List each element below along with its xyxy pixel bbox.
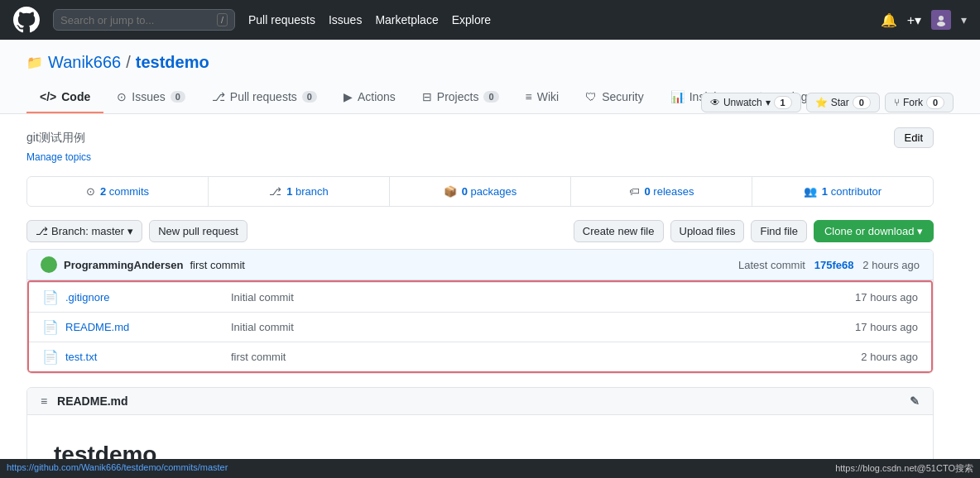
file-icon-readme: 📄 <box>42 319 59 335</box>
commit-time-label: Latest commit 175fe68 2 hours ago <box>738 259 920 271</box>
star-button[interactable]: ⭐ Star 0 <box>806 93 880 112</box>
tab-actions[interactable]: ▶ Actions <box>330 82 409 113</box>
packages-stat[interactable]: 📦 0 packages <box>390 177 571 206</box>
upload-files-button[interactable]: Upload files <box>670 220 745 242</box>
file-toolbar: ⎇ Branch: master ▾ New pull request Crea… <box>26 220 934 242</box>
repo-header-wrap: 📁 Wanik666 / testdemo 👁 Unwatch ▾ 1 ⭐ St… <box>0 40 980 114</box>
search-input[interactable] <box>60 14 212 26</box>
file-time-testtxt: 2 hours ago <box>835 351 918 363</box>
find-file-button[interactable]: Find file <box>751 220 807 242</box>
watch-button[interactable]: 👁 Unwatch ▾ 1 <box>701 93 801 112</box>
branch-button[interactable]: ⎇ Branch: master ▾ <box>26 220 142 242</box>
branch-dropdown-icon: ▾ <box>127 225 133 237</box>
fork-label: Fork <box>903 97 923 108</box>
file-icon-testtxt: 📄 <box>42 349 59 365</box>
stats-bar: ⊙ 2 commits ⎇ 1 branch 📦 0 packages 🏷 0 … <box>26 176 934 207</box>
pr-icon: ⎇ <box>212 90 225 103</box>
tab-security[interactable]: 🛡 Security <box>572 82 657 113</box>
file-table: ProgrammingAndersen first commit Latest … <box>26 249 934 374</box>
file-commit-gitignore: Initial commit <box>231 291 835 304</box>
tab-issues[interactable]: ⊙ Issues 0 <box>103 82 199 113</box>
manage-topics-link[interactable]: Manage topics <box>26 151 934 163</box>
commit-message: first commit <box>190 259 244 271</box>
file-time-gitignore: 17 hours ago <box>835 291 918 304</box>
github-logo-icon <box>13 7 40 33</box>
code-icon: </> <box>40 90 56 103</box>
notification-icon[interactable]: 🔔 <box>881 12 897 28</box>
tab-wiki[interactable]: ≡ Wiki <box>512 82 573 113</box>
file-time-readme: 17 hours ago <box>835 321 918 333</box>
nav-pull-requests[interactable]: Pull requests <box>248 13 315 26</box>
readme-edit-icon[interactable]: ✎ <box>910 394 920 408</box>
svg-point-2 <box>937 22 945 26</box>
breadcrumb: 📁 Wanik666 / testdemo <box>26 53 954 72</box>
watch-label: Unwatch <box>723 97 762 108</box>
wiki-icon: ≡ <box>526 90 532 103</box>
eye-icon: 👁 <box>710 97 720 108</box>
contributors-icon: 👥 <box>804 185 817 198</box>
tab-code[interactable]: </> Code <box>26 82 103 113</box>
avatar[interactable] <box>931 10 951 30</box>
bottom-left-url[interactable]: https://github.com/Wanik666/testdemo/com… <box>7 462 228 475</box>
slash-badge: / <box>217 13 228 26</box>
file-row: 📄 README.md Initial commit 17 hours ago <box>29 312 931 342</box>
edit-button[interactable]: Edit <box>894 127 934 148</box>
branch-btn-icon: ⎇ <box>36 225 48 237</box>
nav-links: Pull requests Issues Marketplace Explore <box>248 13 491 26</box>
search-bar[interactable]: / <box>53 9 235 31</box>
file-name-testtxt[interactable]: test.txt <box>65 351 231 363</box>
owner-link[interactable]: Wanik666 <box>48 53 121 72</box>
tab-pull-requests[interactable]: ⎇ Pull requests 0 <box>199 82 330 113</box>
clone-button[interactable]: Clone or download ▾ <box>814 220 934 242</box>
readme-header: ≡ README.md ✎ <box>27 388 933 415</box>
branches-stat[interactable]: ⎇ 1 branch <box>209 177 390 206</box>
file-name-readme[interactable]: README.md <box>65 321 231 333</box>
tab-projects[interactable]: ⊟ Projects 0 <box>409 82 512 113</box>
commit-time: 2 hours ago <box>862 259 920 271</box>
commit-hash[interactable]: 175fe68 <box>814 259 854 271</box>
file-row: 📄 .gitignore Initial commit 17 hours ago <box>29 282 931 312</box>
repo-description: git测试用例 <box>26 131 85 146</box>
star-count: 0 <box>853 96 871 109</box>
fork-count: 0 <box>926 96 944 109</box>
file-commit-testtxt: first commit <box>231 351 835 363</box>
svg-point-1 <box>939 16 944 21</box>
commits-icon: ⊙ <box>86 185 95 198</box>
readme-icon: ≡ <box>41 394 47 408</box>
projects-icon: ⊟ <box>422 90 432 103</box>
commits-stat[interactable]: ⊙ 2 commits <box>27 177 209 206</box>
top-nav: / Pull requests Issues Marketplace Explo… <box>0 0 980 40</box>
releases-stat[interactable]: 🏷 0 releases <box>571 177 752 206</box>
bottom-right-url: https://blog.csdn.net@51CTO搜索 <box>835 462 973 475</box>
repo-name-link[interactable]: testdemo <box>136 53 209 72</box>
insights-icon: 📊 <box>670 90 685 103</box>
repo-description-row: git测试用例 Edit <box>26 127 934 148</box>
fork-button[interactable]: ⑂ Fork 0 <box>885 93 954 112</box>
star-label: Star <box>831 97 849 108</box>
nav-explore[interactable]: Explore <box>452 13 491 26</box>
watch-dropdown: ▾ <box>766 97 771 108</box>
new-pull-request-button[interactable]: New pull request <box>149 220 247 242</box>
nav-marketplace[interactable]: Marketplace <box>375 13 438 26</box>
main-content: git测试用例 Edit Manage topics ⊙ 2 commits ⎇… <box>0 114 960 478</box>
releases-icon: 🏷 <box>629 185 640 198</box>
file-name-gitignore[interactable]: .gitignore <box>65 291 231 304</box>
account-menu-arrow[interactable]: ▾ <box>961 13 967 26</box>
repo-action-buttons: 👁 Unwatch ▾ 1 ⭐ Star 0 ⑂ Fork 0 <box>701 93 954 112</box>
commit-author: ProgrammingAndersen <box>64 259 183 271</box>
star-icon: ⭐ <box>815 97 828 108</box>
contributors-stat[interactable]: 👥 1 contributor <box>752 177 933 206</box>
fork-icon: ⑂ <box>894 97 900 108</box>
readme-header-left: ≡ README.md <box>41 394 128 408</box>
repo-icon: 📁 <box>26 55 43 70</box>
actions-icon: ▶ <box>343 90 353 103</box>
plus-menu[interactable]: +▾ <box>907 12 921 28</box>
packages-icon: 📦 <box>444 185 457 198</box>
nav-issues[interactable]: Issues <box>329 13 362 26</box>
latest-commit-label: Latest commit <box>738 259 805 271</box>
readme-header-label: README.md <box>57 394 128 408</box>
branch-icon: ⎇ <box>269 185 281 198</box>
nav-right: 🔔 +▾ ▾ <box>881 10 967 30</box>
create-file-button[interactable]: Create new file <box>574 220 664 242</box>
file-icon-gitignore: 📄 <box>42 289 59 305</box>
